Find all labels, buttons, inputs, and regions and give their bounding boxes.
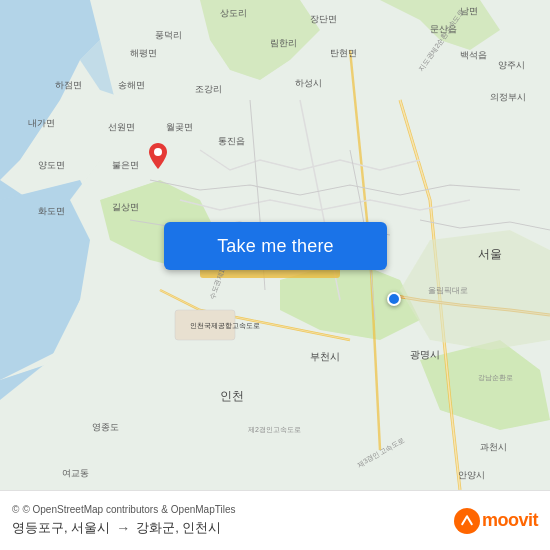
- svg-point-43: [154, 148, 162, 156]
- svg-text:의정부시: 의정부시: [490, 92, 526, 102]
- route-from: 영등포구, 서울시: [12, 519, 110, 537]
- copyright-symbol: ©: [12, 504, 19, 515]
- svg-text:서울: 서울: [478, 247, 502, 261]
- moovit-icon: [454, 508, 480, 534]
- svg-text:조강리: 조강리: [195, 84, 222, 94]
- svg-text:길상면: 길상면: [112, 202, 139, 212]
- svg-text:화도면: 화도면: [38, 206, 65, 216]
- svg-text:하점면: 하점면: [55, 80, 82, 90]
- destination-marker: [148, 143, 168, 169]
- svg-text:통진읍: 통진읍: [218, 136, 245, 146]
- svg-text:풍덕리: 풍덕리: [155, 30, 182, 40]
- amp-symbol: &: [161, 504, 168, 515]
- omt-attribution: OpenMapTiles: [171, 504, 236, 515]
- svg-text:인천국제공항고속도로: 인천국제공항고속도로: [190, 322, 260, 330]
- svg-text:하성시: 하성시: [295, 78, 322, 88]
- moovit-text: moovit: [482, 510, 538, 531]
- svg-text:영종도: 영종도: [92, 422, 119, 432]
- svg-text:내가면: 내가면: [28, 118, 55, 128]
- osm-attribution: © OpenStreetMap contributors: [22, 504, 158, 515]
- svg-text:제2경인고속도로: 제2경인고속도로: [248, 426, 301, 434]
- svg-text:안양시: 안양시: [458, 470, 485, 480]
- svg-text:선원면: 선원면: [108, 122, 135, 132]
- svg-text:상도리: 상도리: [220, 8, 247, 18]
- svg-text:장단면: 장단면: [310, 14, 337, 24]
- svg-text:불은면: 불은면: [112, 160, 139, 170]
- svg-text:해평면: 해평면: [130, 48, 157, 58]
- svg-text:양도면: 양도면: [38, 160, 65, 170]
- footer: © © OpenStreetMap contributors & OpenMap…: [0, 490, 550, 550]
- svg-text:광명시: 광명시: [410, 349, 440, 360]
- svg-text:탄현면: 탄현면: [330, 48, 357, 58]
- svg-text:림한리: 림한리: [270, 38, 297, 48]
- svg-text:부천시: 부천시: [310, 351, 340, 362]
- map-container: 상도리 장단면 남면 풍덕리 해평면 림한리 탄현면 문산읍 지도권제2순환고속…: [0, 0, 550, 490]
- svg-text:인천: 인천: [220, 389, 244, 403]
- take-me-there-button[interactable]: Take me there: [164, 222, 387, 270]
- svg-text:양주시: 양주시: [498, 60, 525, 70]
- svg-text:강남순환로: 강남순환로: [478, 374, 513, 382]
- svg-text:월곶면: 월곶면: [166, 122, 193, 132]
- svg-text:백석읍: 백석읍: [460, 50, 487, 60]
- route-arrow: →: [116, 520, 130, 536]
- svg-text:올림픽대로: 올림픽대로: [428, 286, 468, 295]
- moovit-brand: moovit: [454, 508, 538, 534]
- origin-marker: [387, 292, 401, 306]
- svg-text:과천시: 과천시: [480, 442, 507, 452]
- svg-text:송해면: 송해면: [118, 80, 145, 90]
- route-to: 강화군, 인천시: [136, 519, 221, 537]
- svg-text:여교동: 여교동: [62, 468, 89, 478]
